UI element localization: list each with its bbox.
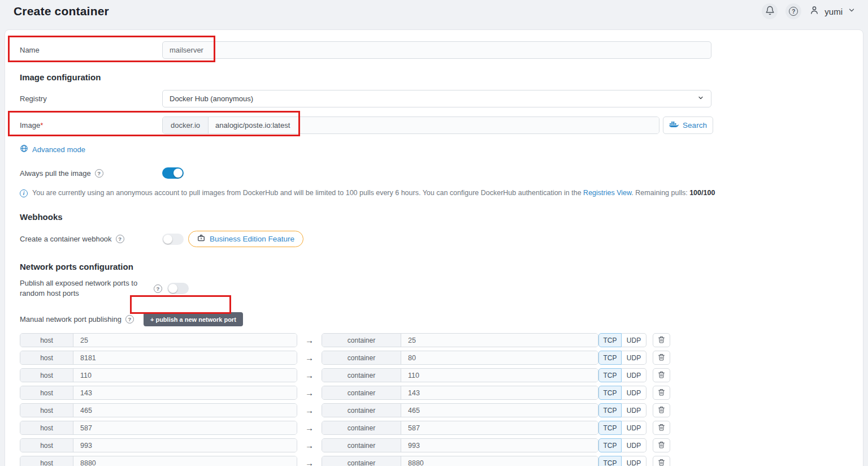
udp-button[interactable]: UDP: [622, 456, 646, 466]
trash-icon: [658, 353, 665, 363]
container-port-input[interactable]: [401, 421, 598, 434]
always-pull-row: Always pull the image ?: [20, 167, 863, 179]
host-port-input[interactable]: [73, 456, 297, 466]
udp-button[interactable]: UDP: [622, 421, 646, 435]
tcp-button[interactable]: TCP: [598, 368, 622, 382]
container-port-input[interactable]: [401, 439, 598, 452]
user-icon: [809, 5, 819, 18]
always-pull-toggle[interactable]: [162, 167, 184, 179]
arrow-right-icon: →: [297, 458, 322, 466]
question-icon[interactable]: ?: [154, 284, 162, 293]
delete-port-button[interactable]: [653, 333, 670, 347]
publish-all-label: Publish all exposed network ports to ran…: [20, 278, 149, 299]
delete-port-button[interactable]: [653, 438, 670, 452]
container-port-input[interactable]: [401, 369, 598, 382]
container-port-input[interactable]: [401, 386, 598, 399]
delete-port-button[interactable]: [653, 421, 670, 435]
trash-icon: [658, 459, 665, 466]
page-header: Create container ? yumi: [0, 0, 868, 20]
udp-button[interactable]: UDP: [622, 403, 646, 417]
host-port-input[interactable]: [73, 369, 297, 382]
host-port-input[interactable]: [73, 351, 297, 364]
udp-button[interactable]: UDP: [622, 333, 646, 347]
publish-new-port-button[interactable]: + publish a new network port: [144, 312, 243, 326]
advanced-mode-label: Advanced mode: [32, 145, 85, 154]
port-mapping-row: host → container TCP UDP: [20, 351, 863, 365]
container-port-input[interactable]: [401, 334, 598, 347]
udp-button[interactable]: UDP: [622, 386, 646, 400]
container-port-group: container: [322, 403, 598, 417]
help-button[interactable]: ?: [785, 3, 801, 19]
container-port-input[interactable]: [401, 456, 598, 466]
host-port-group: host: [20, 368, 297, 382]
trash-icon: [658, 406, 665, 415]
port-mapping-row: host → container TCP UDP: [20, 386, 863, 400]
globe-icon: [20, 144, 28, 155]
question-icon[interactable]: ?: [95, 169, 103, 178]
host-port-group: host: [20, 351, 297, 365]
registries-view-link[interactable]: Registries View: [583, 189, 631, 197]
host-port-input[interactable]: [73, 386, 297, 399]
host-segment-label: host: [20, 369, 73, 382]
udp-button[interactable]: UDP: [622, 351, 646, 365]
port-mapping-row: host → container TCP UDP: [20, 333, 863, 347]
arrow-right-icon: →: [297, 353, 322, 363]
arrow-right-icon: →: [297, 441, 322, 450]
delete-port-button[interactable]: [653, 351, 670, 365]
business-edition-badge[interactable]: Business Edition Feature: [188, 231, 303, 247]
udp-button[interactable]: UDP: [622, 438, 646, 452]
container-segment-label: container: [322, 404, 401, 417]
arrow-right-icon: →: [297, 370, 322, 380]
image-registry-prefix: docker.io: [163, 117, 209, 133]
image-row: Image* docker.io Search: [20, 116, 863, 134]
registry-select[interactable]: Docker Hub (anonymous): [162, 90, 711, 107]
network-ports-heading: Network ports configuration: [20, 262, 863, 271]
create-webhook-label: Create a container webhook: [20, 235, 112, 243]
container-segment-label: container: [322, 386, 401, 399]
always-pull-label: Always pull the image: [20, 169, 91, 178]
advanced-mode-link[interactable]: Advanced mode: [20, 144, 863, 155]
name-input[interactable]: [162, 41, 711, 59]
notifications-button[interactable]: [762, 3, 778, 19]
port-mapping-row: host → container TCP UDP: [20, 421, 863, 435]
tcp-button[interactable]: TCP: [598, 403, 622, 417]
question-icon[interactable]: ?: [116, 235, 124, 243]
registry-row: Registry Docker Hub (anonymous): [20, 90, 863, 107]
host-segment-label: host: [20, 456, 73, 466]
user-menu[interactable]: yumi: [809, 5, 856, 18]
container-port-group: container: [322, 421, 598, 435]
chevron-down-icon: [848, 6, 856, 16]
tcp-button[interactable]: TCP: [598, 438, 622, 452]
host-port-group: host: [20, 421, 297, 435]
create-webhook-toggle[interactable]: [162, 234, 184, 245]
trash-icon: [658, 389, 665, 398]
image-input[interactable]: [209, 117, 659, 133]
tcp-button[interactable]: TCP: [598, 351, 622, 365]
container-port-input[interactable]: [401, 351, 598, 364]
delete-port-button[interactable]: [653, 386, 670, 400]
manual-publishing-row: Manual network port publishing ? + publi…: [20, 312, 863, 326]
registry-selected-value: Docker Hub (anonymous): [170, 94, 253, 103]
image-search-button[interactable]: Search: [663, 116, 713, 134]
arrow-right-icon: →: [297, 335, 322, 345]
tcp-button[interactable]: TCP: [598, 456, 622, 466]
udp-button[interactable]: UDP: [622, 368, 646, 382]
briefcase-icon: [197, 234, 205, 244]
delete-port-button[interactable]: [653, 403, 670, 417]
host-port-group: host: [20, 456, 297, 466]
question-icon[interactable]: ?: [125, 315, 134, 323]
host-port-input[interactable]: [73, 404, 297, 417]
question-icon: ?: [789, 7, 798, 16]
host-port-input[interactable]: [73, 334, 297, 347]
host-port-input[interactable]: [73, 439, 297, 452]
host-port-input[interactable]: [73, 421, 297, 434]
name-label: Name: [20, 46, 40, 54]
publish-all-toggle[interactable]: [167, 283, 189, 294]
delete-port-button[interactable]: [653, 368, 670, 382]
tcp-button[interactable]: TCP: [598, 386, 622, 400]
tcp-button[interactable]: TCP: [598, 421, 622, 435]
delete-port-button[interactable]: [653, 456, 670, 466]
container-port-input[interactable]: [401, 404, 598, 417]
port-mapping-table: host → container TCP UDP host →: [20, 333, 863, 466]
tcp-button[interactable]: TCP: [598, 333, 622, 347]
